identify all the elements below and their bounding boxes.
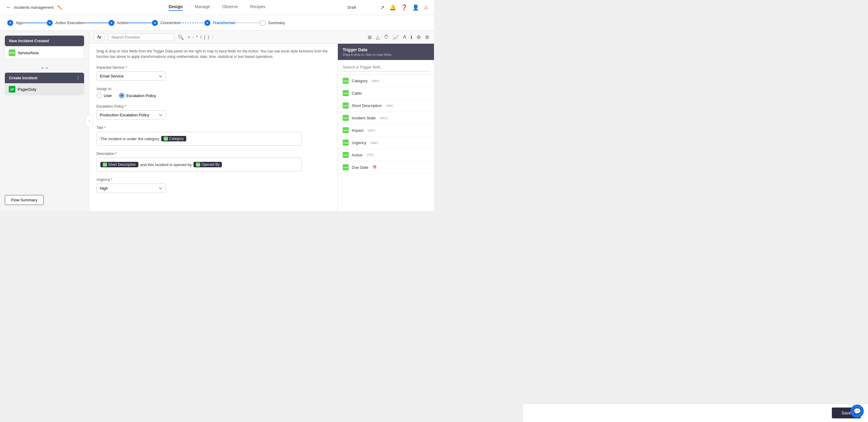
short-description-tag[interactable]: now Short Description xyxy=(100,162,138,167)
clock-icon[interactable]: ⏱ xyxy=(384,34,389,40)
opened-by-tag-label: Opened By xyxy=(201,162,219,167)
field-active-logo: now xyxy=(343,152,349,158)
assign-to-group: Assign to User Escalation Policy xyxy=(96,87,330,98)
trigger-data-title: Trigger Data xyxy=(343,47,429,52)
nav-tab-recipes[interactable]: Recipes xyxy=(250,4,266,11)
field-urgency-logo: now xyxy=(343,140,349,146)
right-panel: Trigger Data Drag & drop or click to map… xyxy=(338,44,434,211)
field-active-name: Active xyxy=(352,153,362,157)
op-divide[interactable]: / xyxy=(200,35,202,39)
left-sidebar: New Incident Created now ServiceNow ⌄⌄ C… xyxy=(0,31,89,211)
field-urgency[interactable]: now Urgency (abc) xyxy=(338,137,434,149)
step-transformer[interactable]: ● Transformer xyxy=(204,20,236,26)
field-incident-state[interactable]: now Incident State (abc) xyxy=(338,112,434,124)
urgency-select[interactable]: High xyxy=(96,184,166,193)
step-label-action: Action xyxy=(117,21,128,25)
external-link-icon[interactable]: ↗ xyxy=(380,4,384,11)
function-bar: fx 🔍 + - * / ( ) ⊞ △ ⏱ 📈 A ℹ ⚙ ⚙ xyxy=(89,31,434,44)
step-action[interactable]: ● Action xyxy=(108,20,128,26)
edit-icon[interactable]: ✏️ xyxy=(57,5,62,10)
field-category[interactable]: now Category (abc) xyxy=(338,75,434,87)
search-function-icon: 🔍 xyxy=(178,34,184,40)
description-group: Description * now Short Description and … xyxy=(96,152,330,172)
action-menu-dots[interactable]: ⋮ xyxy=(76,76,80,80)
short-description-tag-label: Short Description xyxy=(108,162,136,167)
op-minus[interactable]: - xyxy=(193,35,194,39)
radio-user[interactable]: User xyxy=(96,93,112,98)
description-input[interactable]: now Short Description and this incident … xyxy=(96,158,301,172)
impacted-service-select[interactable]: Email Service xyxy=(96,71,166,81)
op-open-paren[interactable]: ( xyxy=(204,35,206,39)
field-short-desc-type: (abc) xyxy=(386,104,394,107)
field-caller-logo: now xyxy=(343,90,349,96)
search-function-input[interactable] xyxy=(108,33,174,41)
step-circle-summary xyxy=(260,20,266,26)
step-summary[interactable]: Summary xyxy=(260,20,285,26)
top-icons: ↗ 🔔 ❓ 👤 ⚠ xyxy=(380,4,428,11)
step-circle-connection: ● xyxy=(152,20,158,26)
line-chart-icon[interactable]: 📈 xyxy=(393,34,399,40)
radio-user-label: User xyxy=(104,93,112,98)
step-circle-transformer: ● xyxy=(204,20,210,26)
step-circle-action-execution: ● xyxy=(47,20,53,26)
form-area: Drag & drop or click fields from the Tri… xyxy=(89,44,338,204)
main-layout: New Incident Created now ServiceNow ⌄⌄ C… xyxy=(0,31,434,211)
escalation-policy-select[interactable]: Production Escalation Policy xyxy=(96,110,166,120)
servicenow-logo: now xyxy=(9,50,16,56)
nav-tab-design[interactable]: Design xyxy=(169,4,183,11)
title-category-tag[interactable]: now Category xyxy=(161,136,186,141)
radio-escalation[interactable]: Escalation Policy xyxy=(119,93,156,98)
urgency-group: Urgency * High xyxy=(96,178,330,193)
field-active-type: (T/F) xyxy=(367,153,374,157)
user-icon[interactable]: 👤 xyxy=(412,4,419,11)
step-app[interactable]: ● App xyxy=(7,20,23,26)
warning-icon[interactable]: ⚠ xyxy=(424,4,428,10)
title-input[interactable]: The incident is under the category now C… xyxy=(96,132,301,146)
field-category-type: (abc) xyxy=(372,79,379,83)
advanced-icon[interactable]: ⚙ xyxy=(425,34,429,40)
title-label: Title * xyxy=(96,126,330,130)
description-middle-text: and this incident is opened by xyxy=(140,162,192,167)
help-icon[interactable]: ❓ xyxy=(401,4,407,11)
op-close-paren[interactable]: ) xyxy=(208,35,209,39)
trigger-search-area xyxy=(338,60,434,75)
opened-by-tag[interactable]: now Opened By xyxy=(193,162,222,167)
step-circle-app: ● xyxy=(7,20,13,26)
field-caller-name: Caller xyxy=(352,91,362,95)
settings-icon[interactable]: ⚙ xyxy=(416,34,421,40)
trigger-service-card: now ServiceNow xyxy=(5,47,84,59)
text-icon[interactable]: A xyxy=(403,34,406,40)
field-impact-logo: now xyxy=(343,127,349,133)
step-connection[interactable]: ● Connection xyxy=(152,20,180,26)
field-impact[interactable]: now Impact (abc) xyxy=(338,124,434,137)
connector-5 xyxy=(236,23,260,23)
field-category-logo: now xyxy=(343,78,349,84)
op-multiply[interactable]: * xyxy=(196,35,198,39)
nav-tab-manage[interactable]: Manage xyxy=(195,4,210,11)
field-urgency-name: Urgency xyxy=(352,141,366,145)
field-incident-state-type: (abc) xyxy=(380,116,388,120)
impacted-service-group: Impacted Service * Email Service xyxy=(96,65,330,81)
op-plus[interactable]: + xyxy=(187,35,190,39)
field-due-date[interactable]: now Due Date 📅 xyxy=(338,161,434,174)
field-caller[interactable]: now Caller xyxy=(338,87,434,99)
grid-icon[interactable]: ⊞ xyxy=(368,34,372,40)
description-label: Description * xyxy=(96,152,330,156)
category-tag-icon: now xyxy=(164,137,168,141)
step-label-action-execution: Action Execution xyxy=(55,21,84,25)
info-icon[interactable]: ℹ xyxy=(410,34,412,40)
step-action-execution[interactable]: ● Action Execution xyxy=(47,20,84,26)
field-active[interactable]: now Active (T/F) xyxy=(338,149,434,161)
bell-icon[interactable]: 🔔 xyxy=(390,4,396,11)
fx-button[interactable]: fx xyxy=(94,33,104,41)
step-label-connection: Connection xyxy=(160,21,180,25)
trigger-search-input[interactable] xyxy=(341,63,430,71)
nav-tab-observe[interactable]: Observe xyxy=(222,4,238,11)
chart-icon[interactable]: △ xyxy=(376,34,379,40)
flow-summary-button[interactable]: Flow Summary xyxy=(5,195,44,205)
back-button[interactable]: ← Incidents management ✏️ xyxy=(6,4,62,10)
field-short-description[interactable]: now Short Description (abc) xyxy=(338,99,434,112)
field-impact-type: (abc) xyxy=(368,128,375,132)
radio-user-circle xyxy=(96,93,102,98)
collapse-sidebar-button[interactable]: ‹ xyxy=(86,115,93,127)
